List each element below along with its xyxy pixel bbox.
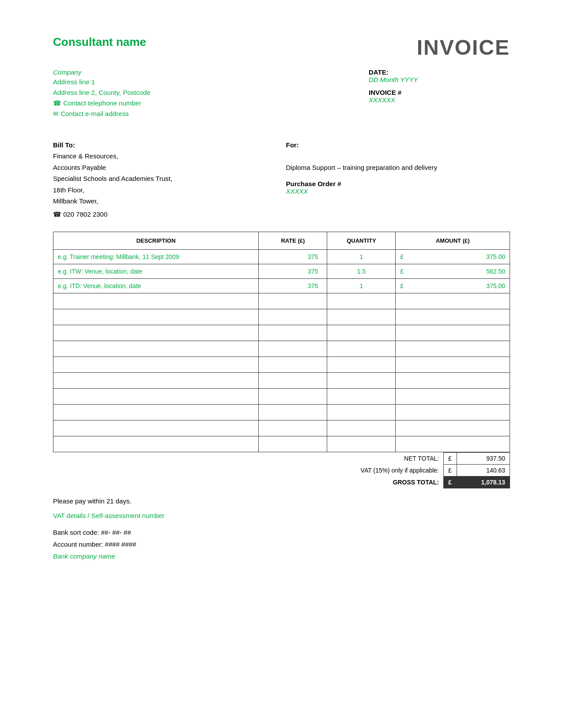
gross-total-row: GROSS TOTAL: £ 1,078.13	[53, 476, 510, 488]
vat-currency: £	[444, 464, 457, 476]
pay-notice: Please pay within 21 days.	[53, 497, 510, 505]
empty-row	[53, 372, 510, 388]
net-total-currency: £	[444, 452, 457, 464]
col-description: DESCRIPTION	[53, 232, 259, 249]
header-section: Consultant name INVOICE	[53, 35, 510, 60]
col-quantity: QUANTITY	[327, 232, 396, 249]
purchase-order-label: Purchase Order #	[286, 180, 510, 188]
row-rate: 375	[259, 278, 327, 293]
empty-row	[53, 420, 510, 436]
col-rate: RATE (£)	[259, 232, 327, 249]
address-line2: Address line 2, County, Postcode	[53, 87, 369, 98]
vat-details: VAT details / Self-assessment number	[53, 512, 510, 519]
empty-row	[53, 388, 510, 404]
bill-to-line4: 16th Floor,	[53, 184, 277, 196]
purchase-order-value: XXXXX	[286, 188, 510, 195]
gross-currency: £	[444, 476, 457, 488]
invoice-title: INVOICE	[417, 35, 510, 60]
vat-value: 140.63	[457, 464, 510, 476]
net-total-row: NET TOTAL: £ 937.50	[53, 452, 510, 464]
row-quantity: 1.5	[327, 264, 396, 278]
phone-icon: ☎	[53, 99, 63, 107]
email-icon: ✉	[53, 110, 60, 117]
bill-section: Bill To: Finance & Resources, Accounts P…	[53, 141, 510, 218]
empty-row	[53, 404, 510, 420]
invoice-table: DESCRIPTION RATE (£) QUANTITY AMOUNT (£)…	[53, 232, 510, 452]
row-amount-value: 562.50	[486, 268, 505, 275]
bill-to-line3: Specialist Schools and Academies Trust,	[53, 173, 277, 184]
table-header-row: DESCRIPTION RATE (£) QUANTITY AMOUNT (£)	[53, 232, 510, 249]
row-amount-value: 375.00	[486, 282, 505, 289]
vat-row: VAT (15%) only if applicable: £ 140.63	[53, 464, 510, 476]
row-rate: 375	[259, 264, 327, 278]
row-description: e.g. Trainer meeting: Millbank, 11 Sept …	[53, 249, 259, 264]
row-currency: £	[400, 268, 404, 275]
row-description: e.g. ITD: Venue, location, date	[53, 278, 259, 293]
for-label: For:	[286, 141, 510, 149]
row-description: e.g. ITW: Venue, location, date	[53, 264, 259, 278]
for-description: Diploma Support – training preparation a…	[286, 150, 510, 173]
row-amount: £ 562.50	[396, 264, 510, 278]
bill-to-line5: Millbank Tower,	[53, 195, 277, 207]
date-label: DATE:	[369, 68, 510, 76]
bill-to-label: Bill To:	[53, 141, 277, 149]
contact-phone: ☎ Contact telephone number	[53, 98, 369, 109]
consultant-name: Consultant name	[53, 35, 146, 49]
empty-row	[53, 341, 510, 356]
bank-company: Bank company name	[53, 550, 510, 562]
row-currency: £	[400, 253, 404, 260]
totals-table: NET TOTAL: £ 937.50 VAT (15%) only if ap…	[53, 452, 510, 488]
bill-to-line1: Finance & Resources,	[53, 150, 277, 162]
bank-details: Bank sort code: ##- ##- ## Account numbe…	[53, 526, 510, 562]
col-amount: AMOUNT (£)	[396, 232, 510, 249]
row-currency: £	[400, 282, 404, 289]
row-amount: £ 375.00	[396, 249, 510, 264]
company-name: Company	[53, 68, 369, 76]
net-total-label: NET TOTAL:	[327, 452, 444, 464]
empty-row	[53, 356, 510, 372]
account-number: Account number: #### ####	[53, 538, 510, 550]
row-amount: £ 375.00	[396, 278, 510, 293]
table-row: e.g. Trainer meeting: Millbank, 11 Sept …	[53, 249, 510, 264]
footer-section: Please pay within 21 days. VAT details /…	[53, 497, 510, 562]
invoice-num-label: INVOICE #	[369, 89, 510, 96]
bill-to-phone: ☎ 020 7802 2300	[53, 210, 277, 218]
empty-row	[53, 309, 510, 325]
net-total-value: 937.50	[457, 452, 510, 464]
invoice-table-wrapper: DESCRIPTION RATE (£) QUANTITY AMOUNT (£)…	[53, 232, 510, 488]
date-value: DD Month YYYY	[369, 76, 510, 83]
bill-to-content: Finance & Resources, Accounts Payable Sp…	[53, 150, 277, 207]
bill-to-line2: Accounts Payable	[53, 162, 277, 173]
gross-label: GROSS TOTAL:	[327, 476, 444, 488]
vat-label: VAT (15%) only if applicable:	[327, 464, 444, 476]
row-quantity: 1	[327, 249, 396, 264]
gross-value: 1,078.13	[457, 476, 510, 488]
address-line1: Address line 1	[53, 77, 369, 87]
invoice-num-value: XXXXXX	[369, 96, 510, 104]
right-meta: DATE: DD Month YYYY INVOICE # XXXXXX	[369, 68, 510, 128]
row-rate: 375	[259, 249, 327, 264]
bill-to-block: Bill To: Finance & Resources, Accounts P…	[53, 141, 277, 218]
meta-section: Company Address line 1 Address line 2, C…	[53, 68, 510, 128]
empty-row	[53, 325, 510, 341]
row-quantity: 1	[327, 278, 396, 293]
empty-row	[53, 293, 510, 309]
row-amount-value: 375.00	[486, 253, 505, 260]
table-row: e.g. ITW: Venue, location, date 375 1.5 …	[53, 264, 510, 278]
empty-row	[53, 436, 510, 452]
for-block: For: Diploma Support – training preparat…	[277, 141, 510, 218]
contact-email: ✉ Contact e-mail address	[53, 109, 369, 119]
bank-sort-code: Bank sort code: ##- ##- ##	[53, 526, 510, 538]
address-block: Company Address line 1 Address line 2, C…	[53, 68, 369, 119]
table-row: e.g. ITD: Venue, location, date 375 1 £ …	[53, 278, 510, 293]
